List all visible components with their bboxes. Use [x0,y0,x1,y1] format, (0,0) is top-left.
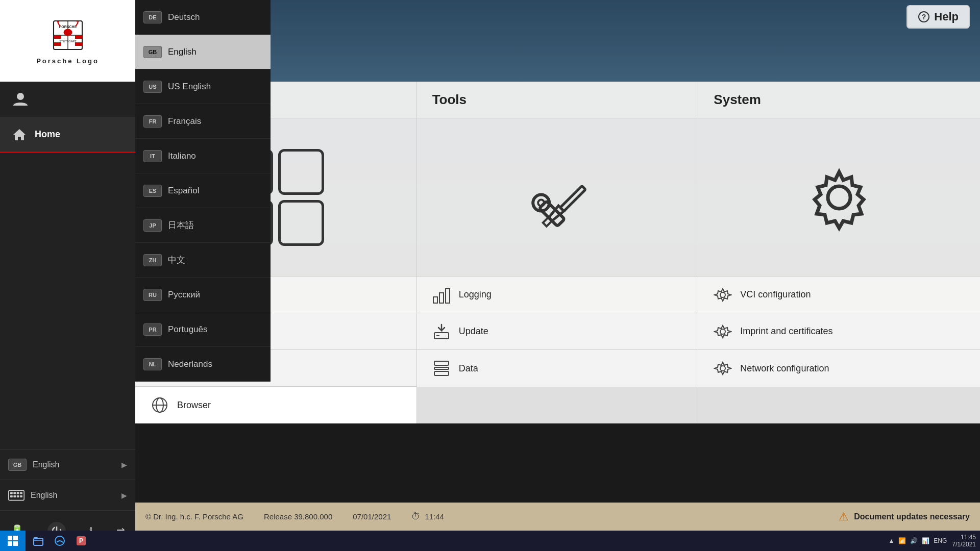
time-section: ⏱ 11:44 [411,511,444,522]
taskbar-lang-text: ENG [934,537,947,544]
svg-point-59 [828,186,850,209]
svg-rect-21 [20,492,22,494]
sidebar-lang-item[interactable]: GB English ▶ [0,449,135,480]
network-config-item[interactable]: Network configuration [698,350,980,387]
svg-rect-19 [13,492,16,494]
taskbar-volume-icon: 🔊 [910,537,918,544]
update-icon [432,322,451,341]
lang-option-nl[interactable]: NL Nederlands [135,347,271,382]
sidebar-logo: PORSCHE STUTTGART Porsche Logo [0,0,135,82]
svg-rect-67 [34,538,43,545]
app-icon: P [76,535,87,546]
header: ? Help [878,0,980,33]
svg-text:P: P [79,537,83,544]
svg-rect-23 [13,495,16,497]
flag-it: IT [143,150,162,162]
keyboard-icon [8,490,24,501]
svg-rect-64 [13,536,18,540]
help-button[interactable]: ? Help [906,5,970,29]
lang-jp-label: 日本語 [168,219,194,231]
svg-rect-12 [54,35,61,39]
lang-option-gb[interactable]: GB English [135,35,271,69]
warning-icon: ⚠ [839,510,849,523]
system-icon-area [698,118,980,277]
time-text: 11:44 [425,512,444,521]
lang-option-it[interactable]: IT Italiano [135,139,271,173]
browser-icon [151,396,169,414]
taskbar-date: 7/1/2021 [952,541,976,548]
sidebar-spacer [0,153,135,449]
copyright-text: © Dr. Ing. h.c. F. Porsche AG [145,512,243,521]
flag-nl: NL [143,358,162,370]
svg-line-9 [76,22,78,26]
clock-icon: ⏱ [411,511,421,522]
vci-config-icon [714,286,732,304]
svg-rect-63 [8,536,12,540]
sidebar-home[interactable]: Home [0,117,135,153]
flag-pr: PR [143,323,162,336]
svg-rect-52 [439,293,444,303]
lang-it-label: Italiano [168,151,196,161]
imprint-icon [714,322,732,341]
home-icon [12,128,27,142]
svg-rect-57 [434,367,449,369]
flag-jp: JP [143,219,162,232]
warning-text: Document updates necessary [854,512,970,521]
flag-us: US [143,81,162,93]
porsche-logo: PORSCHE STUTTGART Porsche Logo [36,17,99,65]
lang-de-label: Deutsch [168,12,200,22]
data-item[interactable]: Data [417,350,698,387]
keyboard-arrow-icon: ▶ [121,491,127,499]
svg-text:STUTTGART: STUTTGART [59,40,77,43]
porsche-crest-icon: PORSCHE STUTTGART [50,17,86,53]
lang-option-fr[interactable]: FR Français [135,104,271,139]
lang-option-ru[interactable]: RU Русский [135,278,271,312]
flag-de: DE [143,11,162,23]
imprint-item[interactable]: Imprint and certificates [698,313,980,350]
svg-rect-22 [10,495,13,497]
lang-option-pr[interactable]: PR Português [135,312,271,347]
logging-item[interactable]: Logging [417,277,698,313]
taskbar-icons: P [26,531,94,551]
update-item[interactable]: Update [417,313,698,350]
tools-icon-area [417,118,698,277]
imprint-label: Imprint and certificates [740,326,832,337]
lang-option-es[interactable]: ES Español [135,173,271,208]
lang-option-de[interactable]: DE Deutsch [135,0,271,35]
svg-rect-20 [17,492,19,494]
lang-option-zh[interactable]: ZH 中文 [135,243,271,278]
taskbar-edge[interactable] [50,531,70,551]
help-label: Help [934,10,959,23]
tools-icon [522,162,593,233]
svg-text:?: ? [922,13,926,21]
status-bar: © Dr. Ing. h.c. F. Porsche AG Release 39… [135,503,980,531]
svg-point-16 [17,93,24,100]
taskbar-explorer[interactable] [28,531,48,551]
taskbar-signal-icon: 📊 [922,537,929,544]
date-text: 07/01/2021 [353,512,391,521]
svg-rect-24 [17,495,19,497]
lang-fr-label: Français [168,116,201,127]
flag-gb: GB [143,46,162,58]
start-button[interactable] [0,531,26,551]
svg-rect-58 [434,371,449,375]
sidebar-user [0,82,135,117]
release-text: Release 39.800.000 [264,512,332,521]
sidebar-keyboard-item[interactable]: English ▶ [0,480,135,510]
help-icon: ? [918,11,930,23]
svg-point-4 [63,29,72,36]
browser-label: Browser [177,400,211,411]
lang-option-jp[interactable]: JP 日本語 [135,208,271,243]
browser-item[interactable]: Browser [135,387,416,423]
language-dropdown: DE Deutsch GB English US US English FR F… [135,0,271,382]
svg-rect-65 [8,541,12,546]
windows-icon [8,536,18,546]
taskbar-wifi-icon: 📶 [898,537,906,544]
system-title: System [714,92,761,107]
taskbar-app[interactable]: P [71,531,91,551]
svg-point-60 [720,292,725,297]
lang-option-us[interactable]: US US English [135,69,271,104]
vci-config-item[interactable]: VCI configuration [698,277,980,313]
edge-icon [54,535,65,546]
flag-ru: RU [143,289,162,301]
